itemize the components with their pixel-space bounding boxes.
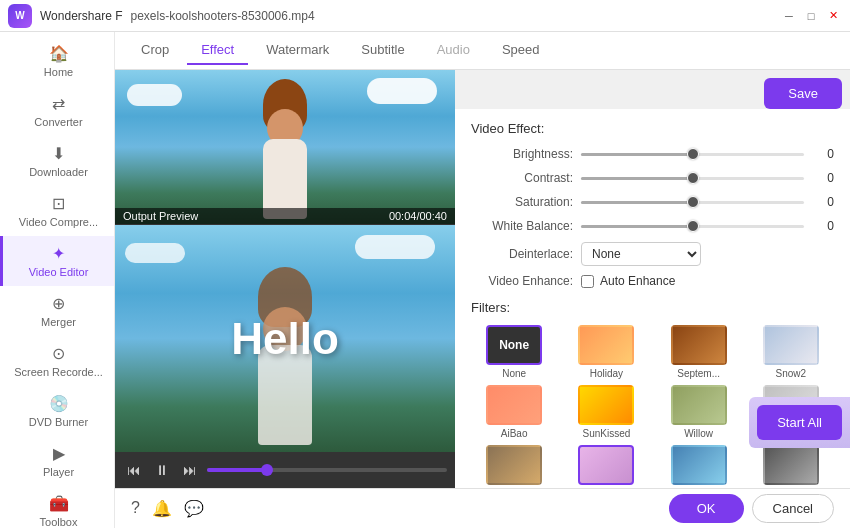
filter-thumb-september <box>671 325 727 365</box>
sidebar-item-home[interactable]: 🏠 Home <box>0 36 114 86</box>
saturation-thumb <box>687 196 699 208</box>
app-name: Wondershare F <box>40 9 122 23</box>
filter-snow2[interactable]: Snow2 <box>748 325 834 379</box>
downloader-icon: ⬇ <box>52 144 65 163</box>
forward-button[interactable]: ⏭ <box>179 460 201 480</box>
auto-enhance-checkbox[interactable] <box>581 275 594 288</box>
contrast-label: Contrast: <box>471 171 581 185</box>
filter-thumb-holiday <box>578 325 634 365</box>
deinterlace-select[interactable]: None Blend Mean <box>581 242 701 266</box>
saturation-fill <box>581 201 693 204</box>
filter-thumb-retro <box>486 445 542 485</box>
white-balance-slider[interactable] <box>581 218 804 234</box>
saturation-track <box>581 201 804 204</box>
maximize-button[interactable]: □ <box>802 7 820 25</box>
cloud-1 <box>127 84 182 106</box>
sidebar-item-downloader[interactable]: ⬇ Downloader <box>0 136 114 186</box>
sidebar-item-dvd-burner[interactable]: 💿 DVD Burner <box>0 386 114 436</box>
editor-content: Output Preview 00:04/00:40 Hello <box>115 70 850 488</box>
bottom-right-buttons: OK Cancel <box>669 494 834 523</box>
ok-button[interactable]: OK <box>669 494 744 523</box>
sidebar-item-recorder-label: Screen Recorde... <box>14 366 103 378</box>
saturation-slider[interactable] <box>581 194 804 210</box>
filter-willow[interactable]: Willow <box>656 385 742 439</box>
sidebar-item-video-compress[interactable]: ⊡ Video Compre... <box>0 186 114 236</box>
tab-watermark[interactable]: Watermark <box>252 36 343 65</box>
white-balance-row: White Balance: 0 <box>471 218 834 234</box>
sidebar-item-compress-label: Video Compre... <box>19 216 98 228</box>
app-logo: W <box>8 4 32 28</box>
filter-retro[interactable]: Retro <box>471 445 557 488</box>
play-pause-button[interactable]: ⏸ <box>151 460 173 480</box>
filter-thumb-glow <box>578 445 634 485</box>
sidebar-item-toolbox[interactable]: 🧰 Toolbox <box>0 486 114 528</box>
contrast-row: Contrast: 0 <box>471 170 834 186</box>
sidebar-item-merger[interactable]: ⊕ Merger <box>0 286 114 336</box>
filters-title: Filters: <box>471 300 834 315</box>
home-icon: 🏠 <box>49 44 69 63</box>
sidebar-item-editor-label: Video Editor <box>29 266 89 278</box>
progress-bar[interactable] <box>207 468 447 472</box>
tab-subtitle[interactable]: Subtitle <box>347 36 418 65</box>
filters-section: Filters: None None Holiday <box>471 300 834 488</box>
filter-aibao[interactable]: AiBao <box>471 385 557 439</box>
video-controls: ⏮ ⏸ ⏭ <box>115 452 455 488</box>
filter-september[interactable]: Septem... <box>656 325 742 379</box>
cancel-button[interactable]: Cancel <box>752 494 834 523</box>
brightness-row: Brightness: 0 <box>471 146 834 162</box>
close-button[interactable]: ✕ <box>824 7 842 25</box>
titlebar: W Wondershare F pexels-koolshooters-8530… <box>0 0 850 32</box>
filter-name-september: Septem... <box>677 368 720 379</box>
start-all-button[interactable]: Start All <box>757 405 842 440</box>
tab-effect[interactable]: Effect <box>187 36 248 65</box>
save-button[interactable]: Save <box>764 78 842 109</box>
filter-raindrop[interactable]: RainDrop <box>656 445 742 488</box>
tab-speed[interactable]: Speed <box>488 36 554 65</box>
filter-name-snow2: Snow2 <box>776 368 807 379</box>
tab-audio[interactable]: Audio <box>423 36 484 65</box>
saturation-label: Saturation: <box>471 195 581 209</box>
filter-name-willow: Willow <box>684 428 713 439</box>
white-balance-thumb <box>687 220 699 232</box>
contrast-slider[interactable] <box>581 170 804 186</box>
filter-sunkissed[interactable]: SunKissed <box>563 385 649 439</box>
sidebar-item-player[interactable]: ▶ Player <box>0 436 114 486</box>
preview-timestamp: 00:04/00:40 <box>389 210 447 222</box>
contrast-fill <box>581 177 693 180</box>
brightness-label: Brightness: <box>471 147 581 161</box>
sidebar-item-screen-recorder[interactable]: ⊙ Screen Recorde... <box>0 336 114 386</box>
auto-enhance-text: Auto Enhance <box>600 274 675 288</box>
compress-icon: ⊡ <box>52 194 65 213</box>
filter-thumb-bw <box>763 445 819 485</box>
brightness-value: 0 <box>810 147 834 161</box>
sidebar-item-home-label: Home <box>44 66 73 78</box>
video-enhance-row: Video Enhance: Auto Enhance <box>471 274 834 288</box>
right-wrapper: Save Video Effect: Brightness: <box>455 70 850 488</box>
filter-glow[interactable]: Glow <box>563 445 649 488</box>
preview-label-text: Output Preview <box>123 210 198 222</box>
help-icon[interactable]: ? <box>131 499 140 518</box>
editor-icon: ✦ <box>52 244 65 263</box>
minimize-button[interactable]: ─ <box>780 7 798 25</box>
recorder-icon: ⊙ <box>52 344 65 363</box>
toolbox-icon: 🧰 <box>49 494 69 513</box>
filter-none[interactable]: None None <box>471 325 557 379</box>
brightness-thumb <box>687 148 699 160</box>
feedback-icon[interactable]: 💬 <box>184 499 204 518</box>
sidebar-item-converter[interactable]: ⇄ Converter <box>0 86 114 136</box>
video-area: Output Preview 00:04/00:40 Hello <box>115 70 455 488</box>
tab-crop[interactable]: Crop <box>127 36 183 65</box>
filter-name-aibao: AiBao <box>501 428 528 439</box>
rewind-button[interactable]: ⏮ <box>123 460 145 480</box>
sidebar-item-video-editor[interactable]: ✦ Video Editor <box>0 236 114 286</box>
filter-name-none: None <box>502 368 526 379</box>
bell-icon[interactable]: 🔔 <box>152 499 172 518</box>
contrast-track <box>581 177 804 180</box>
filter-holiday[interactable]: Holiday <box>563 325 649 379</box>
filter-bw[interactable]: BW_Noise <box>748 445 834 488</box>
white-balance-track <box>581 225 804 228</box>
video-effect-title: Video Effect: <box>471 121 834 136</box>
brightness-slider[interactable] <box>581 146 804 162</box>
titlebar-left: W Wondershare F pexels-koolshooters-8530… <box>8 4 315 28</box>
tab-bar: Crop Effect Watermark Subtitle Audio Spe… <box>115 32 850 70</box>
